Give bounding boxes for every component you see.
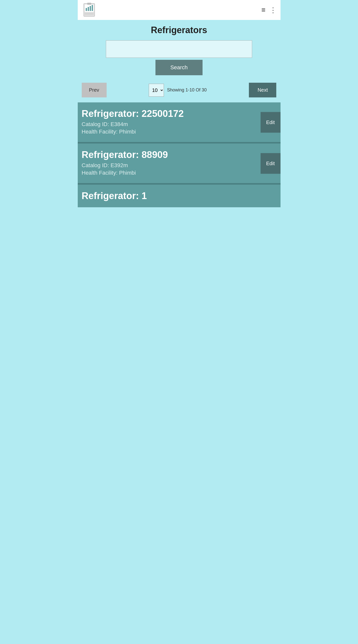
more-icon[interactable]: ⋮: [270, 6, 276, 14]
header-action-icons: ≡ ⋮: [261, 6, 276, 14]
refrigerator-title: Refrigerator: 88909: [82, 150, 276, 160]
svg-rect-2: [86, 8, 87, 11]
svg-rect-3: [88, 7, 89, 11]
refrigerator-title: Refrigerator: 1: [82, 190, 276, 201]
svg-rect-6: [85, 13, 94, 14]
refrigerator-list: Refrigerator: 22500172 Catalog ID: E384m…: [78, 102, 280, 207]
edit-button[interactable]: Edit: [260, 153, 280, 174]
page-title: Refrigerators: [82, 25, 276, 36]
showing-text: Showing 1-10 Of 30: [167, 88, 206, 93]
table-row: Refrigerator: 88909 Catalog ID: E392m He…: [78, 143, 280, 183]
svg-rect-5: [92, 5, 93, 11]
page-select-wrap: 5 10 25 50 Showing 1-10 Of 30: [149, 84, 206, 97]
table-row: Refrigerator: 1: [78, 184, 280, 207]
pagination-area: Prev 5 10 25 50 Showing 1-10 Of 30 Next: [78, 80, 280, 102]
health-facility: Health Facility: Phimbi: [82, 170, 276, 176]
table-row: Refrigerator: 22500172 Catalog ID: E384m…: [78, 102, 280, 142]
page-title-area: Refrigerators: [78, 20, 280, 38]
sort-icon[interactable]: ≡: [261, 6, 265, 14]
edit-button[interactable]: Edit: [260, 112, 280, 132]
header: ≡ ⋮: [78, 0, 280, 20]
app-logo[interactable]: [82, 2, 97, 18]
svg-rect-8: [87, 3, 91, 5]
catalog-id: Catalog ID: E384m: [82, 121, 276, 128]
svg-rect-7: [85, 14, 94, 14]
search-input[interactable]: [106, 40, 252, 58]
search-button[interactable]: Search: [156, 60, 203, 75]
health-facility: Health Facility: Phimbi: [82, 128, 276, 135]
search-area: Search: [78, 38, 280, 80]
next-button[interactable]: Next: [249, 83, 276, 98]
per-page-select[interactable]: 5 10 25 50: [149, 84, 164, 97]
catalog-id: Catalog ID: E392m: [82, 162, 276, 169]
refrigerator-title: Refrigerator: 22500172: [82, 108, 276, 119]
svg-rect-4: [90, 6, 91, 11]
prev-button[interactable]: Prev: [82, 83, 107, 98]
